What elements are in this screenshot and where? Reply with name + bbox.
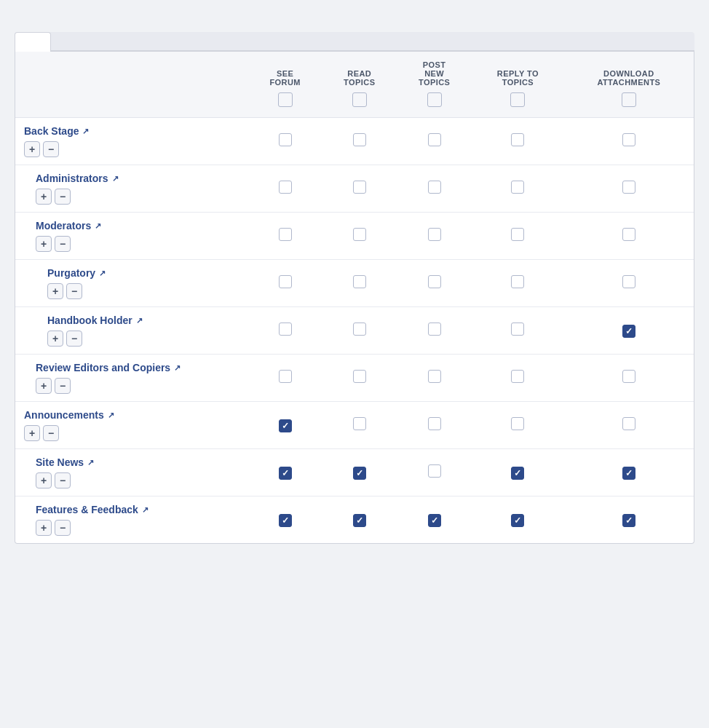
forum-name-link[interactable]: Purgatory↗ — [47, 267, 242, 279]
permission-checkbox[interactable] — [428, 323, 441, 336]
header-checkbox-read-topics[interactable] — [352, 92, 367, 107]
permission-checkbox[interactable] — [353, 133, 366, 146]
forum-name-link[interactable]: Administrators↗ — [36, 173, 242, 184]
external-link-icon: ↗ — [95, 221, 101, 231]
permission-checkbox[interactable] — [511, 417, 524, 430]
perm-cell-post_new_topics — [397, 496, 472, 544]
permission-checkbox[interactable] — [353, 467, 366, 480]
perm-cell-post_new_topics — [397, 118, 472, 165]
permission-checkbox[interactable] — [622, 228, 635, 241]
forum-name-text: Site News — [36, 456, 84, 468]
permission-checkbox[interactable] — [353, 228, 366, 241]
perm-cell-download_attachments — [564, 260, 694, 307]
forum-name-link[interactable]: Review Editors and Copiers↗ — [36, 362, 242, 373]
permission-checkbox[interactable] — [428, 275, 441, 288]
permission-checkbox[interactable] — [279, 323, 292, 336]
permission-checkbox[interactable] — [511, 228, 524, 241]
permission-checkbox[interactable] — [279, 133, 292, 146]
permission-checkbox[interactable] — [428, 370, 441, 383]
perm-cell-download_attachments — [564, 449, 694, 496]
expand-button[interactable]: + — [36, 236, 52, 252]
permission-checkbox[interactable] — [353, 323, 366, 336]
forum-name-link[interactable]: Site News↗ — [36, 456, 242, 468]
expand-button[interactable]: + — [24, 425, 40, 441]
permission-checkbox[interactable] — [622, 325, 635, 338]
expand-button[interactable]: + — [47, 331, 63, 347]
permission-checkbox[interactable] — [622, 133, 635, 146]
collapse-button[interactable]: − — [55, 472, 71, 488]
permission-checkbox[interactable] — [511, 133, 524, 146]
forum-name-link[interactable]: Handbook Holder↗ — [47, 314, 242, 326]
collapse-button[interactable]: − — [55, 378, 71, 394]
permission-checkbox[interactable] — [511, 275, 524, 288]
table-header-row: SEEFORUM READTOPICS POSTNEWTOPICS R — [15, 52, 694, 118]
tab-gallery[interactable] — [87, 32, 124, 50]
permission-checkbox[interactable] — [622, 370, 635, 383]
permission-checkbox[interactable] — [622, 514, 635, 527]
expand-button[interactable]: + — [36, 378, 52, 394]
permission-checkbox[interactable] — [279, 370, 292, 383]
permission-checkbox[interactable] — [428, 417, 441, 430]
expand-button[interactable]: + — [24, 141, 40, 157]
perm-cell-see_forum — [248, 307, 322, 355]
collapse-button[interactable]: − — [55, 236, 71, 252]
expand-button[interactable]: + — [36, 520, 52, 536]
collapse-button[interactable]: − — [43, 141, 59, 157]
permission-checkbox[interactable] — [353, 417, 366, 430]
permission-checkbox[interactable] — [428, 514, 441, 527]
expand-button[interactable]: + — [36, 472, 52, 488]
permission-checkbox[interactable] — [622, 417, 635, 430]
permission-checkbox[interactable] — [279, 228, 292, 241]
tab-events[interactable] — [51, 32, 87, 50]
permission-checkbox[interactable] — [353, 275, 366, 288]
perm-cell-read_topics — [322, 260, 397, 307]
tab-forums[interactable] — [15, 32, 51, 52]
permission-checkbox[interactable] — [622, 467, 635, 480]
forum-name-link[interactable]: Features & Feedback↗ — [36, 504, 242, 515]
forum-name-link[interactable]: Back Stage↗ — [24, 125, 242, 137]
permission-checkbox[interactable] — [511, 467, 524, 480]
perm-cell-see_forum — [248, 165, 322, 213]
perm-cell-see_forum — [248, 449, 322, 496]
perm-cell-read_topics — [322, 355, 397, 402]
permission-checkbox[interactable] — [353, 370, 366, 383]
permission-checkbox[interactable] — [511, 323, 524, 336]
forum-name-text: Purgatory — [47, 267, 95, 279]
permission-checkbox[interactable] — [279, 514, 292, 527]
permission-checkbox[interactable] — [511, 181, 524, 194]
permission-checkbox[interactable] — [428, 228, 441, 241]
col-header-post-new-topics: POSTNEWTOPICS — [397, 52, 472, 118]
permission-checkbox[interactable] — [428, 464, 441, 478]
collapse-button[interactable]: − — [55, 189, 71, 205]
permission-checkbox[interactable] — [279, 419, 292, 432]
collapse-button[interactable]: − — [66, 331, 82, 347]
forum-name-link[interactable]: Moderators↗ — [36, 220, 242, 232]
permission-checkbox[interactable] — [622, 275, 635, 288]
header-checkbox-reply-to-topics[interactable] — [510, 92, 525, 107]
header-checkbox-see-forum[interactable] — [278, 92, 293, 107]
col-header-reply-to-topics: REPLY TOTOPICS — [472, 52, 564, 118]
permission-checkbox[interactable] — [353, 181, 366, 194]
permission-checkbox[interactable] — [622, 181, 635, 194]
table-row: Handbook Holder↗+− — [15, 307, 694, 355]
table-row: Purgatory↗+− — [15, 260, 694, 307]
perm-cell-see_forum — [248, 118, 322, 165]
collapse-button[interactable]: − — [43, 425, 59, 441]
forum-name-link[interactable]: Announcements↗ — [24, 409, 242, 421]
collapse-button[interactable]: − — [55, 520, 71, 536]
forum-name-text: Administrators — [36, 173, 108, 184]
permission-checkbox[interactable] — [279, 467, 292, 480]
permission-checkbox[interactable] — [279, 275, 292, 288]
expand-button[interactable]: + — [47, 283, 63, 299]
collapse-button[interactable]: − — [66, 283, 82, 299]
permission-checkbox[interactable] — [279, 181, 292, 194]
permission-checkbox[interactable] — [511, 514, 524, 527]
header-checkbox-post-new-topics[interactable] — [427, 92, 442, 107]
permission-checkbox[interactable] — [353, 514, 366, 527]
expand-button[interactable]: + — [36, 189, 52, 205]
perm-cell-post_new_topics — [397, 307, 472, 355]
permission-checkbox[interactable] — [511, 370, 524, 383]
permission-checkbox[interactable] — [428, 181, 441, 194]
header-checkbox-download-attachments[interactable] — [622, 92, 636, 107]
permission-checkbox[interactable] — [428, 133, 441, 146]
